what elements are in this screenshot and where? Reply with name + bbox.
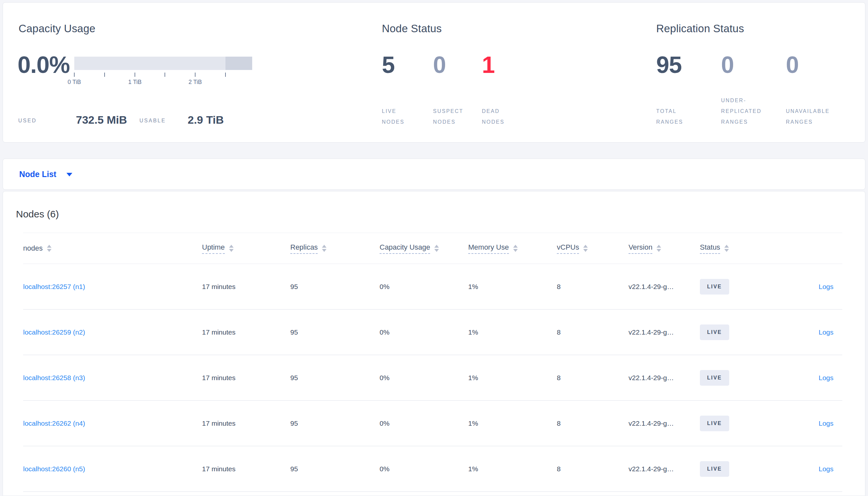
- suspect-nodes-metric: 0 SUSPECT NODES: [433, 3, 482, 142]
- column-header-uptime[interactable]: Uptime: [202, 243, 290, 254]
- memory-cell: 1%: [468, 283, 557, 291]
- usable-value: 2.9 TiB: [188, 113, 224, 126]
- metric-label-line: LIVE: [382, 106, 404, 117]
- nodes-section-title: Nodes (6): [16, 208, 59, 220]
- node-link[interactable]: localhost:26258 (n3): [23, 374, 85, 382]
- replicas-cell: 95: [290, 328, 379, 336]
- replicas-cell: 95: [290, 283, 379, 291]
- axis-tick-label: 2 TiB: [179, 79, 211, 86]
- version-cell: v22.1.4-29-g…: [629, 283, 700, 291]
- usable-label: USABLE: [139, 118, 166, 124]
- memory-cell: 1%: [468, 419, 557, 427]
- capacity-used-percent: 0.0%: [18, 53, 70, 77]
- logs-link[interactable]: Logs: [819, 328, 834, 336]
- capacity-cell: 0%: [379, 283, 468, 291]
- uptime-cell: 17 minutes: [202, 283, 290, 291]
- column-header-memory-use[interactable]: Memory Use: [468, 243, 557, 254]
- column-header-capacity-usage[interactable]: Capacity Usage: [379, 243, 468, 254]
- metric-label-line: UNDER-: [721, 95, 761, 106]
- column-header-label: nodes: [23, 244, 43, 252]
- capacity-usage-bar: [74, 57, 252, 70]
- sort-icon: [322, 245, 327, 252]
- suspect-nodes-count: 0: [433, 53, 446, 77]
- live-nodes-metric: 5 LIVE NODES: [382, 3, 431, 142]
- metric-label-line: RANGES: [786, 117, 830, 127]
- live-nodes-count: 5: [382, 53, 394, 77]
- replicas-cell: 95: [290, 465, 379, 473]
- column-header-label: vCPUs: [557, 243, 579, 254]
- logs-link[interactable]: Logs: [819, 419, 834, 427]
- version-cell: v22.1.4-29-g…: [629, 419, 700, 427]
- uptime-cell: 17 minutes: [202, 328, 290, 336]
- metric-label-line: UNAVAILABLE: [786, 106, 830, 117]
- node-link[interactable]: localhost:26257 (n1): [23, 283, 85, 290]
- table-row: localhost:26258 (n3) 17 minutes 95 0% 1%…: [23, 355, 842, 401]
- axis-tick: [74, 73, 75, 77]
- vcpus-cell: 8: [557, 328, 629, 336]
- column-header-label: Replicas: [290, 243, 318, 254]
- uptime-cell: 17 minutes: [202, 465, 290, 473]
- column-header-label: Version: [629, 243, 652, 254]
- capacity-cell: 0%: [379, 465, 468, 473]
- memory-cell: 1%: [468, 328, 557, 336]
- table-header-row: nodes Uptime Replicas Capacity Usage: [23, 233, 842, 264]
- sort-icon: [583, 245, 588, 252]
- node-link[interactable]: localhost:26259 (n2): [23, 328, 85, 336]
- column-header-nodes[interactable]: nodes: [23, 244, 202, 252]
- nodes-table: nodes Uptime Replicas Capacity Usage: [23, 233, 842, 492]
- metric-label-line: RANGES: [656, 117, 683, 127]
- memory-cell: 1%: [468, 374, 557, 382]
- capacity-cell: 0%: [379, 419, 468, 427]
- sort-icon: [513, 245, 518, 252]
- capacity-cell: 0%: [379, 374, 468, 382]
- used-label: USED: [18, 118, 36, 124]
- version-cell: v22.1.4-29-g…: [629, 465, 700, 473]
- metric-label-line: RANGES: [721, 117, 761, 127]
- column-header-replicas[interactable]: Replicas: [290, 243, 379, 254]
- axis-tick: [104, 73, 105, 77]
- capacity-bar-reserved-segment: [225, 57, 252, 70]
- column-header-status[interactable]: Status: [700, 243, 789, 254]
- capacity-usage-title: Capacity Usage: [18, 22, 95, 35]
- node-list-dropdown-label: Node List: [19, 170, 56, 179]
- metric-label-line: SUSPECT: [433, 106, 463, 117]
- version-cell: v22.1.4-29-g…: [629, 328, 700, 336]
- node-link[interactable]: localhost:26260 (n5): [23, 465, 85, 472]
- axis-tick: [165, 73, 165, 77]
- total-ranges-metric: 95 TOTAL RANGES: [656, 3, 718, 142]
- dead-nodes-metric: 1 DEAD NODES: [482, 3, 547, 142]
- used-value: 732.5 MiB: [76, 113, 127, 126]
- column-header-vcpus[interactable]: vCPUs: [557, 243, 629, 254]
- metric-label-line: NODES: [433, 117, 463, 127]
- status-badge: LIVE: [700, 416, 729, 431]
- under-replicated-ranges-metric: 0 UNDER- REPLICATED RANGES: [721, 3, 783, 142]
- status-badge: LIVE: [700, 325, 729, 340]
- column-header-version[interactable]: Version: [629, 243, 700, 254]
- dead-nodes-count: 1: [482, 53, 495, 77]
- node-link[interactable]: localhost:26262 (n4): [23, 419, 85, 427]
- metric-label-line: DEAD: [482, 106, 504, 117]
- uptime-cell: 17 minutes: [202, 374, 290, 382]
- sort-icon: [229, 245, 234, 252]
- table-row: localhost:26259 (n2) 17 minutes 95 0% 1%…: [23, 310, 842, 355]
- logs-link[interactable]: Logs: [819, 374, 834, 382]
- node-list-dropdown[interactable]: Node List: [19, 170, 72, 179]
- metric-label-line: REPLICATED: [721, 106, 761, 117]
- under-replicated-ranges-count: 0: [721, 53, 734, 77]
- logs-link[interactable]: Logs: [819, 465, 834, 472]
- version-cell: v22.1.4-29-g…: [629, 374, 700, 382]
- uptime-cell: 17 minutes: [202, 419, 290, 427]
- vcpus-cell: 8: [557, 374, 629, 382]
- axis-tick: [195, 73, 195, 77]
- caret-down-icon: [66, 173, 72, 176]
- column-header-label: Memory Use: [468, 243, 509, 254]
- nodes-table-panel: Nodes (6) nodes Uptime Replicas Capacity…: [3, 191, 865, 496]
- cluster-overview-page: { "overview": { "capacity": { "title": "…: [0, 0, 868, 496]
- vcpus-cell: 8: [557, 465, 629, 473]
- metric-label-line: TOTAL: [656, 106, 683, 117]
- status-badge: LIVE: [700, 370, 729, 386]
- logs-link[interactable]: Logs: [819, 283, 834, 290]
- replicas-cell: 95: [290, 374, 379, 382]
- capacity-cell: 0%: [379, 328, 468, 336]
- table-row: localhost:26262 (n4) 17 minutes 95 0% 1%…: [23, 401, 842, 446]
